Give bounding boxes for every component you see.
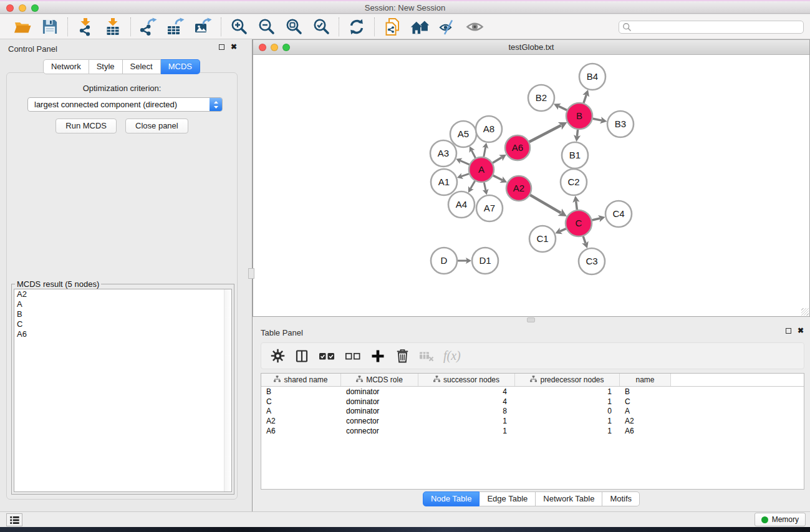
close-panel-icon[interactable]: ✖	[231, 44, 237, 50]
graph-edge-A-A6[interactable]	[493, 157, 502, 163]
network-resize-grip[interactable]	[801, 308, 809, 316]
result-list-item[interactable]: A6	[14, 329, 231, 339]
column-visibility-icon[interactable]	[294, 349, 309, 363]
home-icon[interactable]	[408, 16, 431, 37]
close-table-panel-icon[interactable]: ✖	[798, 328, 804, 334]
search-input[interactable]	[619, 21, 804, 34]
tab-node-table[interactable]: Node Table	[423, 491, 480, 506]
mcds-result-title: MCDS result (5 nodes)	[15, 279, 101, 289]
graph-edge-A6-B[interactable]	[529, 125, 561, 142]
graph-edge-A-A2[interactable]	[493, 175, 503, 180]
tab-motifs[interactable]: Motifs	[602, 491, 640, 506]
graph-node-label: A3	[438, 148, 449, 158]
network-window: testGlobe.txt AA1A2A3A4A5A6A7A8BB1B2B3B4…	[253, 39, 810, 317]
eye-icon[interactable]	[463, 16, 486, 37]
refresh-layout-icon[interactable]	[345, 16, 368, 37]
tab-network-table[interactable]: Network Table	[536, 491, 602, 506]
network-window-titlebar[interactable]: testGlobe.txt	[253, 40, 809, 55]
import-network-icon[interactable]	[74, 16, 97, 37]
export-image-icon[interactable]	[192, 16, 215, 37]
float-panel-icon[interactable]	[219, 44, 224, 50]
column-header-predecessor-nodes[interactable]: predecessor nodes	[515, 374, 620, 386]
result-list-scrollbar[interactable]	[224, 289, 231, 491]
column-header-shared-name[interactable]: shared name	[261, 374, 341, 386]
graph-edge-A-A3[interactable]	[460, 160, 470, 164]
criterion-dropdown[interactable]: largest connected component (directed)	[27, 97, 223, 112]
result-list-item[interactable]: A2	[14, 289, 231, 299]
graph-edge-A-A4[interactable]	[470, 181, 475, 189]
add-column-icon[interactable]	[370, 349, 385, 363]
deselect-all-icon[interactable]	[345, 351, 361, 362]
graph-edge-B-B3[interactable]	[593, 118, 602, 120]
tab-edge-table[interactable]: Edge Table	[480, 491, 536, 506]
split-grip-vertical[interactable]	[248, 268, 254, 279]
column-header-MCDS-role[interactable]: MCDS role	[341, 374, 418, 386]
graph-edge-C-C4[interactable]	[592, 218, 600, 220]
clone-network-icon[interactable]	[381, 16, 403, 37]
column-header-name[interactable]: name	[620, 374, 671, 386]
tab-select[interactable]: Select	[123, 59, 161, 74]
run-mcds-button[interactable]: Run MCDS	[55, 118, 117, 133]
table-cell: 1	[418, 427, 515, 435]
horizontal-divider[interactable]	[253, 317, 810, 323]
mcds-result-list[interactable]: A2ABCA6	[14, 289, 232, 492]
tab-style[interactable]: Style	[89, 59, 123, 74]
graph-edge-B-B1[interactable]	[577, 130, 577, 137]
tab-mcds[interactable]: MCDS	[161, 59, 200, 74]
graph-edge-A-A5[interactable]	[471, 150, 475, 158]
export-table-icon[interactable]	[165, 16, 187, 37]
node-table[interactable]: shared nameMCDS rolesuccessor nodesprede…	[261, 373, 804, 490]
select-all-icon[interactable]	[319, 351, 335, 362]
column-header-label: predecessor nodes	[540, 375, 604, 384]
open-session-icon[interactable]	[11, 16, 34, 37]
window-title: Session: New Session	[0, 3, 810, 12]
memory-button[interactable]: Memory	[755, 513, 806, 526]
zoom-out-icon[interactable]	[255, 16, 277, 37]
function-builder-icon[interactable]: f(x)	[443, 349, 461, 363]
graph-edge-C-C2[interactable]	[576, 201, 577, 210]
zoom-fit-icon[interactable]	[282, 16, 305, 37]
network-canvas[interactable]: AA1A2A3A4A5A6A7A8BB1B2B3B4CC1C2C3C4DD1	[253, 55, 809, 316]
delete-table-icon[interactable]	[419, 350, 434, 362]
graph-edge-A-A1[interactable]	[461, 174, 470, 177]
column-header-successor-nodes[interactable]: successor nodes	[418, 374, 515, 386]
graph-node-label: A1	[438, 177, 450, 187]
visibility-off-icon[interactable]	[436, 16, 458, 37]
table-row[interactable]: Adominator80A	[261, 406, 804, 416]
result-list-item[interactable]: A	[14, 299, 231, 309]
table-row[interactable]: A6connector11A6	[261, 426, 804, 436]
float-table-panel-icon[interactable]	[786, 328, 791, 334]
criterion-value: largest connected component (directed)	[34, 100, 177, 109]
mcds-result-groupbox: MCDS result (5 nodes) A2ABCA6	[11, 284, 234, 495]
zoom-in-icon[interactable]	[228, 16, 250, 37]
graph-edge-B-B4[interactable]	[584, 95, 586, 103]
table-row[interactable]: Cdominator41C	[261, 397, 804, 407]
table-row[interactable]: Bdominator41B	[261, 387, 804, 397]
graph-edge-C-C3[interactable]	[583, 236, 586, 243]
graph-node-label: C3	[586, 256, 597, 266]
save-session-icon[interactable]	[39, 16, 61, 37]
tab-network[interactable]: Network	[43, 59, 89, 74]
control-panel: Control Panel ✖ NetworkStyleSelectMCDS O…	[0, 39, 243, 511]
import-table-icon[interactable]	[102, 16, 124, 37]
graph-edge-C-C1[interactable]	[560, 229, 566, 231]
split-grip-horizontal[interactable]	[527, 317, 535, 322]
table-cell: 4	[418, 397, 515, 406]
table-settings-icon[interactable]	[270, 349, 285, 363]
table-row[interactable]: A2connector11A2	[261, 416, 804, 426]
export-network-icon[interactable]	[137, 16, 160, 37]
table-cell: connector	[341, 427, 418, 435]
result-list-item[interactable]: C	[14, 319, 231, 329]
table-cell: A2	[261, 417, 341, 425]
graph-edge-A-A7[interactable]	[484, 183, 486, 191]
graph-edge-B-B2[interactable]	[559, 106, 567, 110]
task-history-button[interactable]	[6, 513, 22, 526]
graph-edge-A-A8[interactable]	[484, 147, 486, 157]
table-cell: C	[261, 397, 341, 406]
zoom-selected-icon[interactable]	[310, 16, 332, 37]
delete-column-icon[interactable]	[395, 349, 410, 363]
result-list-item[interactable]: B	[14, 309, 231, 319]
close-panel-button[interactable]: Close panel	[125, 118, 188, 133]
graph-edge-A2-C[interactable]	[530, 195, 561, 213]
table-cell: A6	[620, 427, 671, 435]
